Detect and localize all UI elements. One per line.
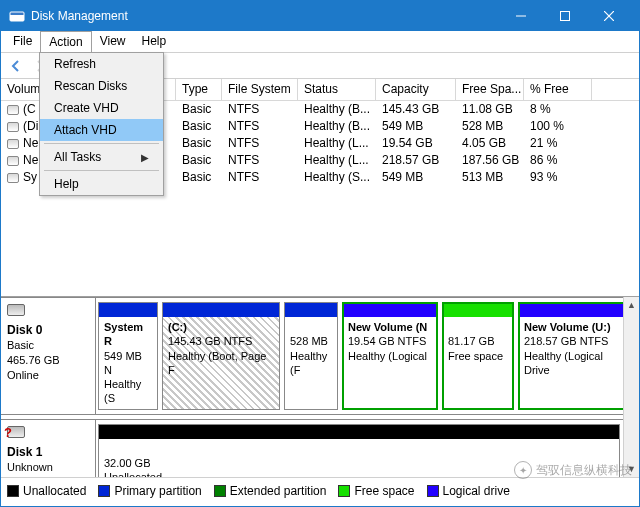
menu-view[interactable]: View [92, 31, 134, 52]
menu-action[interactable]: Action [40, 31, 91, 52]
table-cell: NTFS [222, 135, 298, 152]
legend-label: Logical drive [443, 484, 510, 498]
partition-header [99, 303, 157, 317]
legend-swatch [98, 485, 110, 497]
disk-icon [7, 304, 25, 316]
menu-help[interactable]: Help [134, 31, 175, 52]
partition[interactable]: New Volume (U:)218.57 GB NTFSHealthy (Lo… [518, 302, 636, 410]
legend-swatch [427, 485, 439, 497]
scroll-up-button[interactable]: ▲ [624, 297, 639, 313]
legend-swatch [214, 485, 226, 497]
disk-pane: ▲ ▼ Disk 0Basic465.76 GBOnlineSystem R54… [1, 297, 639, 477]
partition-body: 81.17 GBFree space [443, 317, 513, 366]
menubar: File Action View Help RefreshRescan Disk… [1, 31, 639, 53]
table-cell: Healthy (L... [298, 135, 376, 152]
partitions: System R549 MB NHealthy (S(C:)145.43 GB … [96, 298, 639, 414]
partition[interactable]: System R549 MB NHealthy (S [98, 302, 158, 410]
table-cell: 19.54 GB [376, 135, 456, 152]
table-cell: Healthy (B... [298, 118, 376, 135]
partition-header [443, 303, 513, 317]
window-title: Disk Management [31, 9, 499, 23]
legend-label: Free space [354, 484, 414, 498]
partition-header [343, 303, 437, 317]
partition[interactable]: (C:)145.43 GB NTFSHealthy (Boot, Page F [162, 302, 280, 410]
menu-file[interactable]: File [5, 31, 40, 52]
menu-item-help[interactable]: Help [40, 173, 163, 195]
legend-item: Free space [338, 484, 414, 498]
menu-separator [44, 143, 159, 144]
table-cell: 187.56 GB [456, 152, 524, 169]
table-cell: Basic [176, 101, 222, 118]
menu-item-rescan-disks[interactable]: Rescan Disks [40, 75, 163, 97]
titlebar: Disk Management [1, 1, 639, 31]
watermark-text: 驾驭信息纵横科技 [536, 462, 632, 479]
partition-body: (C:)145.43 GB NTFSHealthy (Boot, Page F [163, 317, 279, 380]
column-header[interactable]: Capacity [376, 79, 456, 100]
menu-separator [44, 170, 159, 171]
table-cell: Basic [176, 152, 222, 169]
close-button[interactable] [587, 1, 631, 31]
legend-item: Primary partition [98, 484, 201, 498]
disk-row: Disk 0Basic465.76 GBOnlineSystem R549 MB… [1, 297, 639, 415]
table-cell: 11.08 GB [456, 101, 524, 118]
partition[interactable]: 528 MBHealthy (F [284, 302, 338, 410]
table-cell: Basic [176, 169, 222, 186]
table-cell: 218.57 GB [376, 152, 456, 169]
partition-header [519, 303, 635, 317]
table-cell: NTFS [222, 169, 298, 186]
table-cell: 513 MB [456, 169, 524, 186]
table-cell: Basic [176, 135, 222, 152]
legend-item: Extended partition [214, 484, 327, 498]
volume-icon [7, 122, 19, 132]
disk-info[interactable]: Disk 0Basic465.76 GBOnline [1, 298, 96, 414]
legend-label: Extended partition [230, 484, 327, 498]
table-cell: Healthy (S... [298, 169, 376, 186]
app-icon [9, 8, 25, 24]
volume-icon [7, 139, 19, 149]
svg-rect-4 [561, 12, 570, 21]
table-cell: NTFS [222, 118, 298, 135]
legend-swatch [338, 485, 350, 497]
column-header[interactable]: Free Spa... [456, 79, 524, 100]
disk-info[interactable]: Disk 1Unknown32.00 GBNot Initialized [1, 420, 96, 477]
column-header[interactable]: % Free [524, 79, 592, 100]
column-header[interactable]: File System [222, 79, 298, 100]
table-cell: NTFS [222, 152, 298, 169]
volume-icon [7, 156, 19, 166]
column-header[interactable]: Type [176, 79, 222, 100]
table-cell: 549 MB [376, 118, 456, 135]
partition[interactable]: 81.17 GBFree space [442, 302, 514, 410]
disk-icon [7, 426, 25, 438]
table-cell: 528 MB [456, 118, 524, 135]
volume-icon [7, 173, 19, 183]
maximize-button[interactable] [543, 1, 587, 31]
table-cell: Healthy (B... [298, 101, 376, 118]
partition-header [163, 303, 279, 317]
legend: UnallocatedPrimary partitionExtended par… [1, 477, 639, 503]
column-header[interactable]: Status [298, 79, 376, 100]
menu-item-all-tasks[interactable]: All Tasks▶ [40, 146, 163, 168]
partition-body: 528 MBHealthy (F [285, 317, 337, 380]
table-cell: 8 % [524, 101, 592, 118]
partition[interactable]: New Volume (N19.54 GB NTFSHealthy (Logic… [342, 302, 438, 410]
menu-item-attach-vhd[interactable]: Attach VHD [40, 119, 163, 141]
table-cell: 21 % [524, 135, 592, 152]
minimize-button[interactable] [499, 1, 543, 31]
table-cell: Healthy (L... [298, 152, 376, 169]
legend-swatch [7, 485, 19, 497]
legend-label: Unallocated [23, 484, 86, 498]
table-cell: 93 % [524, 169, 592, 186]
menu-item-create-vhd[interactable]: Create VHD [40, 97, 163, 119]
partition-body: New Volume (U:)218.57 GB NTFSHealthy (Lo… [519, 317, 635, 380]
table-cell: 145.43 GB [376, 101, 456, 118]
partition-header [285, 303, 337, 317]
table-cell: Basic [176, 118, 222, 135]
legend-item: Unallocated [7, 484, 86, 498]
table-cell: 4.05 GB [456, 135, 524, 152]
scrollbar[interactable]: ▲ ▼ [623, 297, 639, 477]
volume-icon [7, 105, 19, 115]
legend-item: Logical drive [427, 484, 510, 498]
back-button[interactable] [5, 55, 27, 77]
menu-item-refresh[interactable]: Refresh [40, 53, 163, 75]
partition-body: New Volume (N19.54 GB NTFSHealthy (Logic… [343, 317, 437, 366]
